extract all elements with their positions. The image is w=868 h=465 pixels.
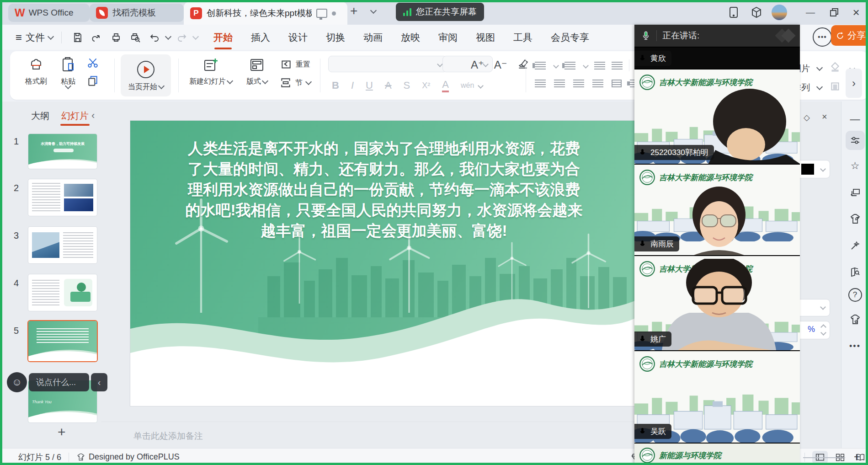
new-tab-button[interactable]: + [350,4,357,18]
redo-chevron-icon[interactable] [192,33,199,39]
copy-button[interactable] [87,75,99,89]
share-button[interactable]: 分享 [831,25,868,46]
menu-home[interactable]: 开始 [204,27,242,48]
justify-button[interactable] [592,80,603,87]
clear-format-button[interactable] [517,58,529,72]
object-properties-icon[interactable] [846,131,865,150]
shape-diamond-icon[interactable]: ◇ [804,112,810,123]
menu-review[interactable]: 审阅 [429,27,467,48]
decrease-indent-button[interactable] [594,62,605,69]
new-slide-button[interactable]: 新建幻灯片 [186,56,235,86]
tab-wps-home[interactable]: W WPS Office [8,4,90,22]
underline-button[interactable]: U [366,80,373,91]
align-right-button[interactable] [573,80,584,87]
bullet-list-button[interactable] [535,62,546,69]
chat-collapse-button[interactable]: ‹ [91,373,107,391]
file-menu[interactable]: 文件 [26,31,45,44]
layout-button[interactable]: 版式 [241,56,273,86]
add-slide-button[interactable]: + [58,424,66,440]
print-button[interactable] [108,30,124,45]
participant-tile[interactable]: 吉林大学新能源与环境学院 吴跃 [634,350,800,443]
workspace-cube-button[interactable] [749,5,764,20]
panel-close-icon[interactable]: × [822,112,827,122]
assistant-icon[interactable]: ••• [813,27,832,47]
align-center-button[interactable] [554,80,565,87]
ribbon-expand-button[interactable]: › [846,69,862,98]
tab-list-chevron-icon[interactable] [370,7,377,14]
fill-color-button[interactable] [829,61,841,75]
participant-tile[interactable]: 黄欣 [634,47,800,69]
help-icon[interactable]: ? [848,288,862,302]
cut-button[interactable] [87,57,99,70]
chat-input[interactable]: 说点什么... [29,373,89,391]
menu-design[interactable]: 设计 [279,27,317,48]
effects-star-icon[interactable]: ☆ [846,156,865,176]
redo-button[interactable] [174,30,190,45]
find-search-icon[interactable] [846,262,865,282]
zoom-in-button[interactable]: + [854,450,860,463]
save-button[interactable] [70,30,85,45]
slide-thumbnail-1[interactable]: 水润青春，助力可持续发展 [28,134,97,169]
numbered-list-button[interactable] [564,62,575,69]
strikethrough-button[interactable]: A [385,80,392,91]
transparency-spinner[interactable]: % [795,321,830,339]
align-left-button[interactable] [535,80,546,87]
officeplus-credit[interactable]: Designed by OfficePLUS [76,452,180,462]
tab-outline[interactable]: 大纲 [31,110,49,126]
print-preview-button[interactable] [128,30,143,45]
restore-button[interactable] [826,5,842,20]
magic-beautify-icon[interactable] [846,236,865,255]
mobile-view-button[interactable] [726,5,741,20]
slide-body-text[interactable]: 人类生活是离不开水的，国家为了合理地利用水资源，花费 了大量的时间、精力、还有财… [183,138,585,241]
minimize-button[interactable]: — [803,5,818,20]
tab-document-active[interactable]: P 创新科技，绿色未来ppt模板(1 [184,2,347,25]
tab-slides[interactable]: 幻灯片 [61,110,89,126]
superscript-button[interactable]: X² [422,81,430,91]
undo-chevron-icon[interactable] [165,33,171,39]
bold-button[interactable]: B [332,80,339,91]
menu-view[interactable]: 视图 [467,27,504,48]
section-button[interactable]: 节 [280,77,311,89]
slide-switch-icon[interactable] [846,183,865,202]
menu-member[interactable]: 会员专享 [542,27,598,48]
font-name-select[interactable] [328,56,447,72]
user-avatar[interactable] [772,5,787,20]
slide-canvas[interactable]: 人类生活是离不开水的，国家为了合理地利用水资源，花费 了大量的时间、精力、还有财… [130,121,637,406]
menu-transition[interactable]: 切换 [317,27,354,48]
outline-style-select[interactable] [795,299,830,316]
increase-font-button[interactable]: A⁺ [471,59,484,71]
collapse-pane-icon[interactable]: — [846,110,865,129]
close-button[interactable]: × [848,5,864,20]
italic-button[interactable]: I [351,80,354,91]
frame-style-button[interactable] [829,80,841,95]
menu-tools[interactable]: 工具 [504,27,542,48]
distribute-button[interactable] [612,80,622,87]
shadow-button[interactable]: S [404,80,410,91]
slide-thumbnail-4[interactable] [28,274,97,311]
font-color-button[interactable]: A [442,79,449,92]
format-painter-button[interactable]: 格式刷 [21,56,51,86]
play-from-current-button[interactable]: 当页开始 [121,54,171,96]
participant-tile[interactable]: 吉林大学新能源与环境学院 姚广 [634,255,800,350]
sidebar-collapse-icon[interactable]: ‹ [91,110,95,122]
undo-button[interactable] [147,30,162,45]
slide-thumbnail-3[interactable] [28,227,97,263]
menu-slideshow[interactable]: 放映 [392,27,429,48]
slide-thumbnail-5-selected[interactable] [28,321,97,361]
participant-tile[interactable]: 新能源与环境学院 [634,443,800,465]
tab-template-store[interactable]: 找稻壳模板 [90,4,184,22]
fill-color-select[interactable] [795,160,830,178]
menu-insert[interactable]: 插入 [242,27,279,48]
officeplus-shirt-icon[interactable] [846,310,865,329]
file-menu-chevron-icon[interactable] [48,33,54,39]
increase-indent-button[interactable] [612,62,623,69]
participant-tile[interactable]: 吉林大学新能源与环境学院 25220330郭柏明 [634,69,800,164]
paste-button[interactable]: 粘贴 [54,56,82,88]
decrease-font-button[interactable]: A⁻ [494,59,507,71]
reset-button[interactable]: 重置 [280,59,311,70]
docer-template-icon[interactable] [846,209,865,229]
zoom-slider[interactable] [803,457,845,458]
export-button[interactable] [89,30,105,45]
hamburger-icon[interactable]: ≡ [16,31,22,44]
slide-thumbnail-2[interactable] [28,179,97,216]
